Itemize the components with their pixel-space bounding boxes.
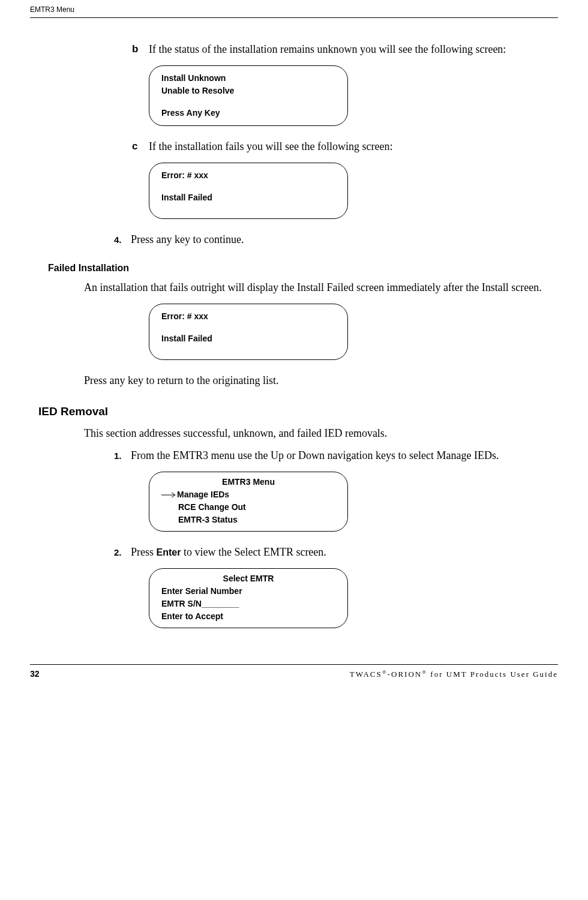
failed-installation-body: An installation that fails outright will… xyxy=(84,280,558,295)
lcd-line: Enter to Accept xyxy=(161,610,335,623)
list-bullet: c xyxy=(132,139,149,154)
registered-icon: ® xyxy=(422,669,427,675)
failed-after-text: Press any key to return to the originati… xyxy=(84,373,558,388)
step2-pre: Press xyxy=(131,546,157,558)
page-header: EMTR3 Menu xyxy=(30,0,558,18)
list-text: If the status of the installation remain… xyxy=(149,42,558,57)
lcd-line: Install Failed xyxy=(161,191,335,204)
list-bullet: 2. xyxy=(114,545,131,560)
list-item-c: c If the installation fails you will see… xyxy=(132,139,558,154)
list-text: If the installation fails you will see t… xyxy=(149,139,558,154)
lcd-line: Unable to Resolve xyxy=(161,85,335,97)
list-text: Press any key to continue. xyxy=(131,232,558,247)
lcd-title: EMTR3 Menu xyxy=(161,476,335,488)
lcd-title: Select EMTR xyxy=(161,572,335,585)
lcd-line: Error: # xxx xyxy=(161,169,335,182)
lcd-menu-item: EMTR-3 Status xyxy=(161,514,335,526)
ied-removal-body: This section addresses successful, unkno… xyxy=(84,426,558,441)
lcd-line: Press Any Key xyxy=(161,107,335,119)
step2-bold: Enter xyxy=(157,547,181,557)
list-bullet: 4. xyxy=(114,232,131,247)
list-text: From the EMTR3 menu use the Up or Down n… xyxy=(131,448,558,463)
list-bullet: b xyxy=(132,42,149,57)
list-text: Press Enter to view the Select EMTR scre… xyxy=(131,545,558,560)
lcd-line: Install Unknown xyxy=(161,72,335,85)
list-bullet: 1. xyxy=(114,448,131,463)
footer-mid: -ORION xyxy=(388,670,422,679)
lcd-select-emtr: Select EMTR Enter Serial Number EMTR S/N… xyxy=(149,568,348,628)
list-item-step4: 4. Press any key to continue. xyxy=(114,232,558,247)
lcd-menu-item: RCE Change Out xyxy=(161,501,335,514)
footer-text: TWACS®-ORION® for UMT Products User Guid… xyxy=(350,668,558,680)
lcd-line: Error: # xxx xyxy=(161,310,335,323)
lcd-emtr3-menu: EMTR3 Menu Manage IEDs RCE Change Out EM… xyxy=(149,472,348,532)
list-item-step2: 2. Press Enter to view the Select EMTR s… xyxy=(114,545,558,560)
page-footer: 32 TWACS®-ORION® for UMT Products User G… xyxy=(30,664,558,680)
footer-post: for UMT Products User Guide xyxy=(427,670,558,679)
failed-installation-heading: Failed Installation xyxy=(48,262,558,275)
list-item-b: b If the status of the installation rema… xyxy=(132,42,558,57)
step2-post: to view the Select EMTR screen. xyxy=(181,546,326,558)
lcd-line: Enter Serial Number xyxy=(161,585,335,598)
lcd-install-unknown: Install Unknown Unable to Resolve Press … xyxy=(149,65,348,126)
lcd-line: Install Failed xyxy=(161,332,335,345)
header-title: EMTR3 Menu xyxy=(30,5,74,14)
lcd-line: EMTR S/N________ xyxy=(161,598,335,610)
ied-removal-heading: IED Removal xyxy=(38,404,558,420)
lcd-menu-row: Manage IEDs xyxy=(161,488,335,501)
registered-icon: ® xyxy=(382,669,388,675)
list-item-step1: 1. From the EMTR3 menu use the Up or Dow… xyxy=(114,448,558,463)
page-number: 32 xyxy=(30,668,40,680)
lcd-error-2: Error: # xxx Install Failed xyxy=(149,304,348,360)
arrow-right-icon xyxy=(161,492,177,498)
lcd-error-1: Error: # xxx Install Failed xyxy=(149,163,348,219)
lcd-menu-item: Manage IEDs xyxy=(177,488,229,501)
footer-pre: TWACS xyxy=(350,670,382,679)
